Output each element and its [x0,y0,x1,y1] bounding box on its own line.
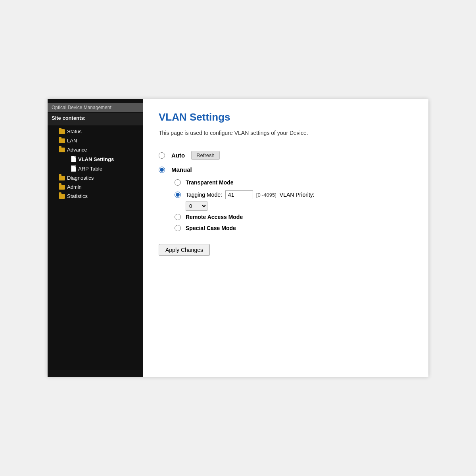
sidebar-header: Site contents: [48,113,143,125]
remote-access-radio[interactable] [175,214,181,220]
main-content: VLAN Settings This page is used to confi… [143,99,428,377]
sidebar-item-label: Diagnostics [67,175,94,181]
sidebar-item-label: LAN [67,138,77,144]
folder-icon [59,148,65,152]
vlan-priority-label: VLAN Priority: [280,192,315,198]
folder-icon [59,129,65,134]
auto-label[interactable]: Auto [171,152,185,159]
priority-select-row: 0 1 2 3 4 5 6 7 [186,202,315,211]
sidebar-item-status[interactable]: Status [48,127,143,136]
tagging-mode-input[interactable] [225,190,253,199]
sidebar-item-vlan-settings[interactable]: VLAN Settings [48,154,143,164]
page-title: VLAN Settings [159,111,413,123]
manual-section: Transparent Mode Tagging Mode: [0~4095] … [175,179,413,231]
manual-row: Manual [159,166,413,173]
apply-changes-button[interactable]: Apply Changes [159,244,210,256]
special-case-label[interactable]: Special Case Mode [186,225,236,231]
remote-access-label[interactable]: Remote Access Mode [186,214,243,220]
sidebar-item-label: Statistics [67,193,88,199]
transparent-mode-option: Transparent Mode [175,179,413,186]
tagging-input-row: Tagging Mode: [0~4095] VLAN Priority: [186,190,315,199]
refresh-button[interactable]: Refresh [191,151,220,160]
manual-label[interactable]: Manual [171,166,192,173]
sidebar-item-label: Advance [67,147,87,153]
tagging-mode-row: Tagging Mode: [0~4095] VLAN Priority: 0 … [175,190,413,211]
sidebar-item-label: Status [67,129,82,134]
priority-select[interactable]: 0 1 2 3 4 5 6 7 [186,202,207,211]
sidebar-item-diagnostics[interactable]: Diagnostics [48,173,143,182]
sidebar-item-advance[interactable]: Advance [48,145,143,154]
remote-access-option: Remote Access Mode [175,214,413,220]
sidebar-header-top: Optical Device Management [48,103,143,112]
tagging-range: [0~4095] [256,192,276,198]
sidebar-item-lan[interactable]: LAN [48,136,143,145]
folder-icon [59,176,65,180]
transparent-mode-label[interactable]: Transparent Mode [186,179,234,186]
folder-icon [59,194,65,199]
tagging-radio[interactable] [175,192,181,198]
sidebar-item-label: Admin [67,184,82,190]
folder-icon [59,185,65,190]
manual-radio[interactable] [159,167,165,173]
sidebar-item-label: VLAN Settings [78,156,114,162]
sidebar-item-label: ARP Table [78,166,102,172]
tagging-mode-label: Tagging Mode: [186,192,222,198]
auto-row: Auto Refresh [159,151,413,160]
special-case-radio[interactable] [175,225,181,231]
page-description: This page is used to configure VLAN sett… [159,130,413,136]
sidebar: Optical Device Management Site contents:… [48,99,143,377]
divider [159,141,413,141]
special-case-option: Special Case Mode [175,225,413,231]
transparent-radio[interactable] [175,179,181,186]
sidebar-item-statistics[interactable]: Statistics [48,192,143,201]
sidebar-item-admin[interactable]: Admin [48,182,143,192]
file-icon [71,165,76,172]
tagging-mode-details: Tagging Mode: [0~4095] VLAN Priority: 0 … [186,190,315,211]
folder-icon [59,138,65,143]
auto-radio[interactable] [159,152,165,159]
sidebar-item-arp-table[interactable]: ARP Table [48,164,143,173]
file-icon [71,156,76,162]
